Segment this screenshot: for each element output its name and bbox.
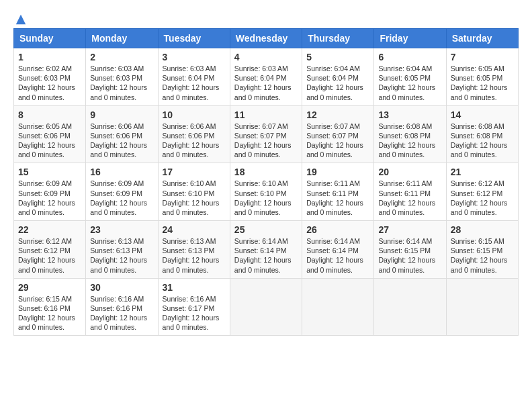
day-number: 16 (90, 167, 153, 177)
day-number: 4 (234, 52, 298, 62)
week-row-2: 8 Sunrise: 6:05 AM Sunset: 6:06 PM Dayli… (14, 105, 519, 163)
header-wednesday: Wednesday (230, 29, 302, 48)
day-info: Sunrise: 6:05 AM Sunset: 6:06 PM Dayligh… (18, 122, 81, 160)
calendar-cell: 26 Sunrise: 6:14 AM Sunset: 6:14 PM Dayl… (302, 221, 374, 279)
day-info: Sunrise: 6:09 AM Sunset: 6:09 PM Dayligh… (90, 179, 153, 217)
header-monday: Monday (86, 29, 158, 48)
day-number: 23 (90, 224, 153, 235)
day-number: 5 (306, 52, 369, 62)
day-number: 22 (18, 224, 81, 235)
header-friday: Friday (374, 29, 446, 48)
calendar-cell: 25 Sunrise: 6:14 AM Sunset: 6:14 PM Dayl… (230, 221, 302, 279)
calendar-cell: 31 Sunrise: 6:16 AM Sunset: 6:17 PM Dayl… (158, 278, 230, 336)
day-info: Sunrise: 6:11 AM Sunset: 6:11 PM Dayligh… (306, 179, 369, 217)
header-thursday: Thursday (302, 29, 374, 48)
calendar-cell: 8 Sunrise: 6:05 AM Sunset: 6:06 PM Dayli… (14, 105, 86, 163)
calendar-cell (302, 278, 374, 336)
calendar-cell: 12 Sunrise: 6:07 AM Sunset: 6:07 PM Dayl… (302, 105, 374, 163)
day-info: Sunrise: 6:09 AM Sunset: 6:09 PM Dayligh… (18, 179, 81, 217)
day-number: 13 (378, 109, 441, 120)
day-number: 20 (378, 167, 441, 177)
calendar-cell: 6 Sunrise: 6:04 AM Sunset: 6:05 PM Dayli… (374, 48, 446, 106)
day-number: 28 (451, 224, 514, 235)
calendar-cell: 30 Sunrise: 6:16 AM Sunset: 6:16 PM Dayl… (86, 278, 158, 336)
day-info: Sunrise: 6:12 AM Sunset: 6:12 PM Dayligh… (18, 236, 81, 275)
calendar-cell: 2 Sunrise: 6:03 AM Sunset: 6:03 PM Dayli… (86, 48, 158, 106)
calendar-cell: 5 Sunrise: 6:04 AM Sunset: 6:04 PM Dayli… (302, 48, 374, 106)
calendar-cell: 22 Sunrise: 6:12 AM Sunset: 6:12 PM Dayl… (14, 221, 86, 279)
day-info: Sunrise: 6:16 AM Sunset: 6:16 PM Dayligh… (90, 294, 153, 332)
week-row-5: 29 Sunrise: 6:15 AM Sunset: 6:16 PM Dayl… (14, 278, 519, 336)
day-number: 6 (378, 52, 441, 62)
day-info: Sunrise: 6:08 AM Sunset: 6:08 PM Dayligh… (378, 122, 441, 160)
day-info: Sunrise: 6:15 AM Sunset: 6:16 PM Dayligh… (18, 294, 81, 332)
day-number: 24 (163, 224, 226, 235)
calendar-cell: 9 Sunrise: 6:06 AM Sunset: 6:06 PM Dayli… (86, 105, 158, 163)
calendar-cell: 27 Sunrise: 6:14 AM Sunset: 6:15 PM Dayl… (374, 221, 446, 279)
calendar-cell: 16 Sunrise: 6:09 AM Sunset: 6:09 PM Dayl… (86, 163, 158, 221)
day-number: 26 (306, 224, 369, 235)
day-info: Sunrise: 6:10 AM Sunset: 6:10 PM Dayligh… (234, 179, 298, 217)
day-number: 19 (306, 167, 369, 177)
week-row-4: 22 Sunrise: 6:12 AM Sunset: 6:12 PM Dayl… (14, 221, 519, 279)
day-info: Sunrise: 6:04 AM Sunset: 6:04 PM Dayligh… (306, 64, 369, 102)
day-number: 29 (18, 282, 81, 293)
logo-icon (15, 13, 27, 26)
calendar-cell: 10 Sunrise: 6:06 AM Sunset: 6:06 PM Dayl… (158, 105, 230, 163)
day-number: 25 (234, 224, 298, 235)
calendar-cell: 17 Sunrise: 6:10 AM Sunset: 6:10 PM Dayl… (158, 163, 230, 221)
day-info: Sunrise: 6:14 AM Sunset: 6:14 PM Dayligh… (306, 236, 369, 275)
calendar-cell: 14 Sunrise: 6:08 AM Sunset: 6:08 PM Dayl… (446, 105, 518, 163)
calendar-cell: 20 Sunrise: 6:11 AM Sunset: 6:11 PM Dayl… (374, 163, 446, 221)
day-number: 9 (90, 109, 153, 120)
day-number: 17 (163, 167, 226, 177)
calendar-cell: 1 Sunrise: 6:02 AM Sunset: 6:03 PM Dayli… (14, 48, 86, 106)
day-info: Sunrise: 6:15 AM Sunset: 6:15 PM Dayligh… (451, 236, 514, 275)
calendar-header-row: SundayMondayTuesdayWednesdayThursdayFrid… (14, 29, 519, 48)
day-number: 3 (163, 52, 226, 62)
day-info: Sunrise: 6:10 AM Sunset: 6:10 PM Dayligh… (163, 179, 226, 217)
day-info: Sunrise: 6:13 AM Sunset: 6:13 PM Dayligh… (163, 236, 226, 275)
calendar-table: SundayMondayTuesdayWednesdayThursdayFrid… (13, 28, 519, 336)
day-number: 27 (378, 224, 441, 235)
day-number: 21 (451, 167, 514, 177)
header-saturday: Saturday (446, 29, 518, 48)
day-number: 8 (18, 109, 81, 120)
day-number: 10 (163, 109, 226, 120)
calendar-cell: 15 Sunrise: 6:09 AM Sunset: 6:09 PM Dayl… (14, 163, 86, 221)
calendar-cell: 28 Sunrise: 6:15 AM Sunset: 6:15 PM Dayl… (446, 221, 518, 279)
day-info: Sunrise: 6:05 AM Sunset: 6:05 PM Dayligh… (451, 64, 514, 102)
day-info: Sunrise: 6:03 AM Sunset: 6:04 PM Dayligh… (234, 64, 298, 102)
calendar-cell (230, 278, 302, 336)
day-info: Sunrise: 6:03 AM Sunset: 6:04 PM Dayligh… (163, 64, 226, 102)
day-number: 1 (18, 52, 81, 62)
day-info: Sunrise: 6:03 AM Sunset: 6:03 PM Dayligh… (90, 64, 153, 102)
day-number: 2 (90, 52, 153, 62)
day-info: Sunrise: 6:06 AM Sunset: 6:06 PM Dayligh… (163, 122, 226, 160)
day-info: Sunrise: 6:07 AM Sunset: 6:07 PM Dayligh… (234, 122, 298, 160)
day-info: Sunrise: 6:07 AM Sunset: 6:07 PM Dayligh… (306, 122, 369, 160)
calendar-cell: 11 Sunrise: 6:07 AM Sunset: 6:07 PM Dayl… (230, 105, 302, 163)
day-info: Sunrise: 6:06 AM Sunset: 6:06 PM Dayligh… (90, 122, 153, 160)
logo (13, 13, 27, 21)
calendar-cell: 3 Sunrise: 6:03 AM Sunset: 6:04 PM Dayli… (158, 48, 230, 106)
page-header (13, 13, 519, 21)
header-tuesday: Tuesday (158, 29, 230, 48)
calendar-body: 1 Sunrise: 6:02 AM Sunset: 6:03 PM Dayli… (14, 48, 519, 336)
day-info: Sunrise: 6:08 AM Sunset: 6:08 PM Dayligh… (451, 122, 514, 160)
day-info: Sunrise: 6:02 AM Sunset: 6:03 PM Dayligh… (18, 64, 81, 102)
calendar-cell: 19 Sunrise: 6:11 AM Sunset: 6:11 PM Dayl… (302, 163, 374, 221)
week-row-3: 15 Sunrise: 6:09 AM Sunset: 6:09 PM Dayl… (14, 163, 519, 221)
day-number: 15 (18, 167, 81, 177)
day-info: Sunrise: 6:14 AM Sunset: 6:15 PM Dayligh… (378, 236, 441, 275)
calendar-cell: 21 Sunrise: 6:12 AM Sunset: 6:12 PM Dayl… (446, 163, 518, 221)
calendar-cell: 29 Sunrise: 6:15 AM Sunset: 6:16 PM Dayl… (14, 278, 86, 336)
calendar-cell: 18 Sunrise: 6:10 AM Sunset: 6:10 PM Dayl… (230, 163, 302, 221)
calendar-cell: 13 Sunrise: 6:08 AM Sunset: 6:08 PM Dayl… (374, 105, 446, 163)
calendar-cell (374, 278, 446, 336)
svg-marker-0 (16, 15, 26, 24)
calendar-cell: 24 Sunrise: 6:13 AM Sunset: 6:13 PM Dayl… (158, 221, 230, 279)
calendar-cell: 4 Sunrise: 6:03 AM Sunset: 6:04 PM Dayli… (230, 48, 302, 106)
day-number: 11 (234, 109, 298, 120)
day-info: Sunrise: 6:14 AM Sunset: 6:14 PM Dayligh… (234, 236, 298, 275)
